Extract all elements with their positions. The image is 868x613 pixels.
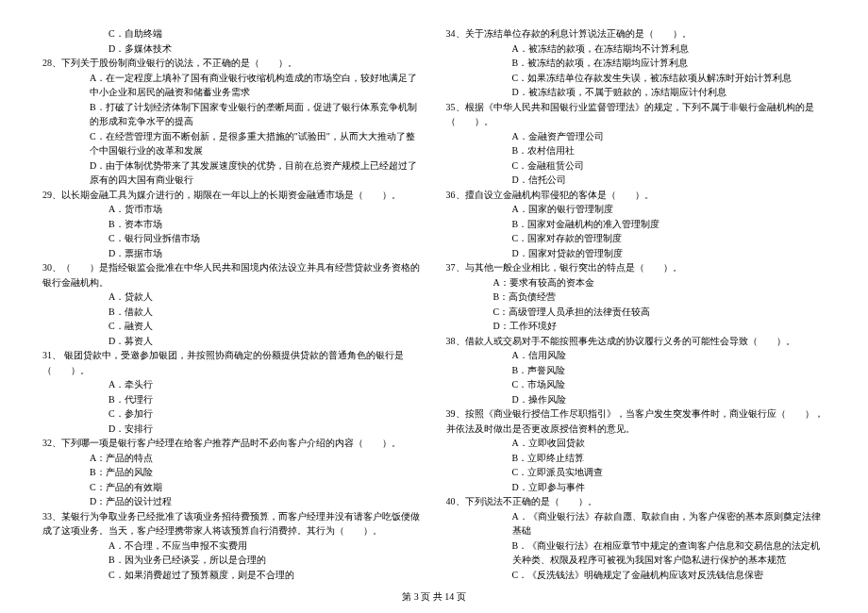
option-text: C．银行同业拆借市场 xyxy=(42,231,423,246)
option-text: C．市场风险 xyxy=(446,377,826,392)
option-text: D．票据市场 xyxy=(42,246,423,261)
option-text: A．在一定程度上填补了国有商业银行收缩机构造成的市场空白，较好地满足了中小企业和… xyxy=(42,71,423,100)
option-text: D．由于体制优势带来了其发展速度快的优势，目前在总资产规模上已经超过了原有的四大… xyxy=(42,158,423,188)
option-text: C．在经营管理方面不断创新，是很多重大措施的"试验田"，从而大大推动了整个中国银… xyxy=(42,129,423,158)
left-column: C．自助终端D．多媒体技术28、下列关于股份制商业银行的说法，不正确的是（ ）。… xyxy=(42,26,423,583)
option-text: C．《反洗钱法》明确规定了金融机构应该对反洗钱信息保密 xyxy=(446,568,826,583)
option-text: A．不合理，不应当申报不实费用 xyxy=(42,538,423,554)
question-text: 32、下列哪一项是银行客户经理在给客户推荐产品时不必向客户介绍的内容（ ）。 xyxy=(42,436,423,451)
option-text: C：高级管理人员承担的法律责任较高 xyxy=(446,305,826,320)
option-text: C．如果冻结单位存款发生失误，被冻结款项从解冻时开始计算利息 xyxy=(446,71,826,86)
question-text: 37、与其他一般企业相比，银行突出的特点是（ ）。 xyxy=(446,260,826,275)
option-text: D．国家对贷款的管理制度 xyxy=(446,246,826,261)
question-text: 33、某银行为争取业务已经批准了该项业务招待费预算，而客户经理并没有请客户吃饭便… xyxy=(42,509,423,538)
option-text: D．是合理的，因为客户经理并没有浪费 xyxy=(42,582,423,583)
option-text: B．国家对金融机构的准入管理制度 xyxy=(446,217,826,232)
option-text: B．农村信用社 xyxy=(446,143,826,158)
question-text: 29、以长期金融工具为媒介进行的，期限在一年以上的长期资金融通市场是（ ）。 xyxy=(42,188,423,203)
option-text: D．募资人 xyxy=(42,334,423,349)
option-text: D．立即参与事件 xyxy=(446,480,826,495)
question-text: 35、根据《中华人民共和国银行业监督管理法》的规定，下列不属于非银行金融机构的是… xyxy=(446,100,826,129)
option-text: C：产品的有效期 xyxy=(42,480,423,495)
option-text: A．国家的银行管理制度 xyxy=(446,202,826,217)
question-text: 31、 银团贷款中，受邀参加银团，并按照协商确定的份额提供贷款的普通角色的银行是… xyxy=(42,348,423,377)
option-text: C．参加行 xyxy=(42,406,423,422)
option-text: B．因为业务已经谈妥，所以是合理的 xyxy=(42,553,423,568)
page-footer: 第 3 页 共 14 页 xyxy=(0,589,868,605)
question-text: 28、下列关于股份制商业银行的说法，不正确的是（ ）。 xyxy=(42,56,423,71)
option-text: D．信托公司 xyxy=(446,173,826,188)
option-text: A．货币市场 xyxy=(42,202,423,217)
option-text: D．多媒体技术 xyxy=(42,41,423,57)
option-text: A：产品的特点 xyxy=(42,451,423,466)
option-text: A．牵头行 xyxy=(42,377,423,392)
option-text: A．被冻结的款项，在冻结期均不计算利息 xyxy=(446,41,826,57)
option-text: D：工作环境好 xyxy=(446,319,826,334)
option-text: B．借款人 xyxy=(42,305,423,320)
option-text: B．被冻结的款项，在冻结期均应计算利息 xyxy=(446,56,826,71)
option-text: B．打破了计划经济体制下国家专业银行的垄断局面，促进了银行体系竞争机制的形成和竞… xyxy=(42,100,423,129)
question-text: 30、（ ）是指经银监会批准在中华人民共和国境内依法设立并具有经营贷款业务资格的… xyxy=(42,260,423,290)
option-text: D．被冻结款项，不属于赃款的，冻结期应计付利息 xyxy=(446,85,826,100)
option-text: A．立即收回贷款 xyxy=(446,436,826,451)
option-text: A．贷款人 xyxy=(42,290,423,305)
option-text: C．自助终端 xyxy=(42,26,423,41)
option-text: A．金融资产管理公司 xyxy=(446,129,826,144)
right-column: 34、关于冻结单位存款的利息计算说法正确的是（ ）。A．被冻结的款项，在冻结期均… xyxy=(446,26,826,583)
question-text: 39、按照《商业银行授信工作尽职指引》，当客户发生突发事件时，商业银行应（ ），… xyxy=(446,406,826,436)
question-text: 36、擅自设立金融机构罪侵犯的客体是（ ）。 xyxy=(446,188,826,203)
option-text: A．《商业银行法》存款自愿、取款自由，为客户保密的基本原则奠定法律基础 xyxy=(446,509,826,538)
option-text: C．金融租赁公司 xyxy=(446,158,826,174)
option-text: B：产品的风险 xyxy=(42,465,423,480)
question-text: 40、下列说法不正确的是（ ）。 xyxy=(446,494,826,509)
option-text: A：要求有较高的资本金 xyxy=(446,275,826,290)
option-text: C．国家对存款的管理制度 xyxy=(446,231,826,246)
option-text: B．代理行 xyxy=(42,392,423,407)
option-text: D：产品的设计过程 xyxy=(42,494,423,509)
option-text: B．资本市场 xyxy=(42,217,423,232)
option-text: C．立即派员实地调查 xyxy=(446,465,826,480)
question-text: 38、借款人或交易对手不能按照事先达成的协议履行义务的可能性会导致（ ）。 xyxy=(446,334,826,349)
question-text: 34、关于冻结单位存款的利息计算说法正确的是（ ）。 xyxy=(446,26,826,41)
option-text: B．立即终止结算 xyxy=(446,451,826,466)
option-text: B：高负债经营 xyxy=(446,290,826,305)
option-text: A．信用风险 xyxy=(446,348,826,363)
option-text: D．我国对客户隐私保护进行了专门的立法 xyxy=(446,582,826,583)
option-text: B．声誉风险 xyxy=(446,363,826,378)
option-text: C．如果消费超过了预算额度，则是不合理的 xyxy=(42,568,423,583)
two-column-layout: C．自助终端D．多媒体技术28、下列关于股份制商业银行的说法，不正确的是（ ）。… xyxy=(42,26,826,583)
option-text: B．《商业银行法》在相应章节中规定的查询客户信息和交易信息的法定机关种类、权限及… xyxy=(446,538,826,568)
option-text: C．融资人 xyxy=(42,319,423,334)
option-text: D．安排行 xyxy=(42,422,423,437)
option-text: D．操作风险 xyxy=(446,392,826,407)
